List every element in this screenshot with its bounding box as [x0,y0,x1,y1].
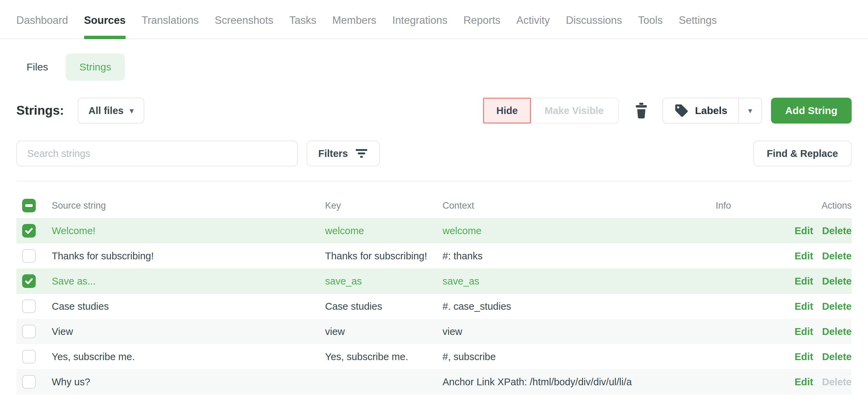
context-cell: #, subscribe [443,351,681,362]
delete-link[interactable]: Delete [822,326,852,337]
labels-dropdown-toggle[interactable]: ▾ [739,98,761,123]
table-row: View view view Edit Delete [16,319,852,344]
source-string-cell: Welcome! [52,225,325,237]
indeterminate-icon [25,204,33,207]
nav-item-settings[interactable]: Settings [679,14,717,38]
edit-link[interactable]: Edit [794,351,813,362]
table-row: Thanks for subscribing! Thanks for subsc… [16,243,852,269]
filters-button-label: Filters [318,148,348,159]
source-string-cell: Save as... [52,276,325,287]
check-icon [25,226,33,235]
filter-icon [355,148,368,159]
nav-item-translations[interactable]: Translations [142,14,199,38]
column-header-key: Key [325,200,443,211]
edit-link[interactable]: Edit [794,276,813,287]
edit-link[interactable]: Edit [794,326,813,337]
context-cell: Anchor Link XPath: /html/body/div/div/ul… [443,376,681,388]
file-filter-value: All files [89,105,124,116]
table-row: Yes, subscribe me. Yes, subscribe me. #,… [16,344,852,369]
make-visible-button[interactable]: Make Visible [530,98,619,124]
edit-link[interactable]: Edit [794,376,813,388]
context-cell: #: thanks [443,251,681,262]
strings-toolbar: Strings: All files ▾ Hide Make Visible [16,98,852,124]
strings-table: Source string Key Context Info Actions W… [16,193,852,394]
source-view-tabs: Files Strings [16,53,852,81]
section-divider [16,181,852,181]
tab-strings[interactable]: Strings [66,53,125,81]
delete-link[interactable]: Delete [822,276,852,287]
key-cell: Case studies [325,301,443,312]
table-row: Welcome! welcome welcome Edit Delete [16,218,852,243]
context-cell: welcome [443,225,681,237]
column-header-context: Context [443,200,681,211]
table-header-row: Source string Key Context Info Actions [16,193,852,218]
context-cell: view [443,326,681,337]
nav-item-sources[interactable]: Sources [84,14,126,38]
check-icon [25,277,33,286]
delete-link[interactable]: Delete [822,301,852,312]
source-string-cell: Why us? [52,376,325,388]
filters-button[interactable]: Filters [307,141,380,166]
delete-link[interactable]: Delete [822,351,852,362]
page-title: Strings: [16,103,64,118]
labels-button[interactable]: Labels [663,98,739,123]
context-cell: save_as [443,276,681,287]
labels-button-label: Labels [695,105,727,116]
delete-strings-button[interactable] [634,102,648,119]
key-cell: Yes, subscribe me. [325,351,443,362]
find-replace-button[interactable]: Find & Replace [753,141,852,166]
table-body: Welcome! welcome welcome Edit Delete Tha… [16,218,852,394]
key-cell: view [325,326,443,337]
edit-link[interactable]: Edit [794,301,813,312]
hide-button[interactable]: Hide [483,98,531,124]
row-checkbox[interactable] [22,274,36,288]
column-header-actions: Actions [766,200,852,211]
row-checkbox[interactable] [22,375,36,389]
context-cell: #. case_studies [443,301,681,312]
tab-files[interactable]: Files [16,61,58,73]
row-checkbox[interactable] [22,300,36,313]
nav-item-dashboard[interactable]: Dashboard [16,14,68,38]
file-filter-dropdown[interactable]: All files ▾ [78,98,145,124]
delete-link[interactable]: Delete [822,225,852,237]
nav-item-discussions[interactable]: Discussions [566,14,622,38]
project-nav: DashboardSourcesTranslationsScreenshotsT… [0,0,868,39]
row-checkbox[interactable] [22,249,36,263]
edit-link[interactable]: Edit [794,251,813,262]
chevron-down-icon: ▾ [130,107,134,115]
nav-item-reports[interactable]: Reports [463,14,500,38]
nav-item-tools[interactable]: Tools [638,14,663,38]
source-string-cell: Case studies [52,301,325,312]
row-checkbox[interactable] [22,325,36,338]
visibility-button-group: Hide Make Visible [483,98,618,124]
search-input[interactable] [16,141,298,166]
table-row: Case studies Case studies #. case_studie… [16,294,852,319]
row-checkbox[interactable] [22,350,36,363]
chevron-down-icon: ▾ [748,107,752,115]
add-string-button[interactable]: Add String [771,98,852,124]
edit-link[interactable]: Edit [794,225,813,237]
source-string-cell: Thanks for subscribing! [52,251,325,262]
source-string-cell: Yes, subscribe me. [52,351,325,362]
key-cell: save_as [325,276,443,287]
toolbar-actions: Hide Make Visible Labels [483,98,852,124]
row-checkbox[interactable] [22,224,36,238]
source-string-cell: View [52,326,325,337]
nav-item-activity[interactable]: Activity [516,14,550,38]
trash-icon [634,102,648,119]
delete-link[interactable]: Delete [822,251,852,262]
table-row: Save as... save_as save_as Edit Delete [16,269,852,294]
delete-link: Delete [822,376,852,388]
select-all-checkbox[interactable] [22,199,36,212]
labels-split-button: Labels ▾ [662,98,762,124]
search-row: Filters Find & Replace [16,141,852,166]
column-header-source: Source string [52,200,325,211]
nav-item-integrations[interactable]: Integrations [392,14,447,38]
nav-item-screenshots[interactable]: Screenshots [215,14,273,38]
nav-item-members[interactable]: Members [332,14,376,38]
nav-item-tasks[interactable]: Tasks [289,14,316,38]
tag-icon [674,103,689,118]
key-cell: Thanks for subscribing! [325,251,443,262]
table-row: Why us? Anchor Link XPath: /html/body/di… [16,369,852,394]
key-cell: welcome [325,225,443,237]
